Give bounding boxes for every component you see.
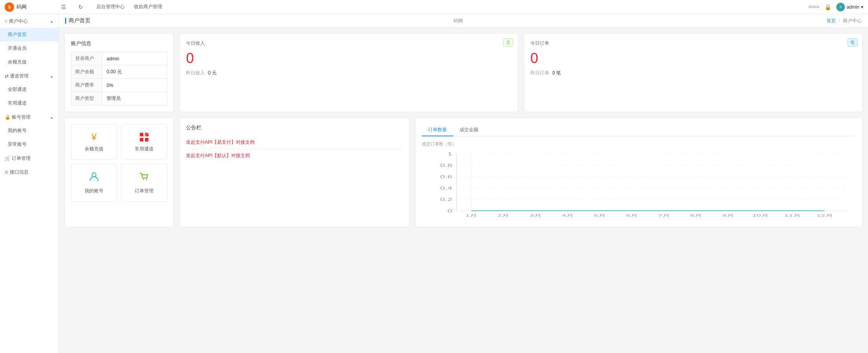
- income-value: 0: [186, 50, 512, 67]
- svg-text:4月: 4月: [562, 214, 573, 217]
- sidebar-item-merchant-home[interactable]: 商户首页: [0, 28, 58, 42]
- top-row: 账户信息 登录商户 admin 商户余额 0.00 元 商户费率 0%: [64, 33, 863, 112]
- expand-icon[interactable]: [809, 6, 819, 8]
- today-orders-card: 笔 今日订单 0 昨日订单 0 笔: [524, 33, 863, 112]
- action-grid: ¥ 余额充值: [71, 124, 167, 202]
- sidebar-group-channel[interactable]: ⇄ 通道管理 ▲: [0, 69, 58, 83]
- svg-text:0.4: 0.4: [440, 186, 452, 191]
- announce-item-0: 发起支付API【易支付】对接文档: [186, 136, 403, 149]
- action-order-mgmt[interactable]: 订单管理: [121, 164, 167, 202]
- header-bar: [65, 18, 66, 24]
- user-icon: ○: [5, 18, 7, 24]
- announcement-title: 公告栏: [186, 124, 403, 131]
- action-my-account-label: 我的账号: [85, 188, 103, 194]
- orders-footer: 昨日订单 0 笔: [530, 70, 856, 76]
- chevron-up-icon2: ▲: [50, 74, 54, 78]
- value-rate: 0%: [103, 79, 167, 92]
- orders-icon: 🛒: [5, 156, 11, 161]
- sidebar-item-my-account[interactable]: 我的账号: [0, 124, 58, 138]
- orders-badge: 笔: [848, 38, 857, 47]
- table-row: 登录商户 admin: [71, 52, 167, 65]
- page-header-center: 码网: [454, 18, 463, 24]
- today-income-card: 元 今日收入 0 昨日收入 0 元: [179, 33, 518, 112]
- sidebar-group-api[interactable]: ⊙ 接口信息: [0, 165, 58, 179]
- sidebar-group-orders-label: 订单管理: [12, 156, 31, 161]
- refresh-icon[interactable]: ↻: [75, 2, 86, 13]
- chevron-up-icon: ▲: [50, 19, 54, 24]
- yen-icon: ¥: [91, 132, 96, 143]
- sidebar-group-channel-label: 通道管理: [10, 73, 29, 79]
- svg-text:0.2: 0.2: [440, 197, 452, 202]
- account-card-title: 账户信息: [71, 40, 167, 47]
- admin-label: admin: [846, 4, 859, 10]
- top-nav: 后台管理中心 收款商户管理: [92, 4, 803, 10]
- svg-point-5: [92, 173, 96, 177]
- sidebar-group-orders[interactable]: 🛒 订单管理: [0, 151, 58, 165]
- svg-rect-2: [140, 138, 143, 141]
- breadcrumb-sep: /: [839, 18, 840, 24]
- avatar: A: [836, 3, 845, 11]
- sidebar-item-open-member[interactable]: 开通会员: [0, 42, 58, 55]
- channel-icon: ⇄: [5, 73, 9, 79]
- sidebar-group-api-label: 接口信息: [10, 169, 29, 175]
- action-order-mgmt-label: 订单管理: [135, 188, 154, 194]
- chart-area: 1 0.8 0.6 0.4 0.2 0: [422, 150, 856, 221]
- chart-card: 订单数量 成交金额 成交订单数（笔） 1 0.: [415, 118, 863, 227]
- content-area: 商户首页 码网 首页 / 商户中心 账户信息 登录商户 admin: [59, 14, 868, 353]
- svg-text:7月: 7月: [658, 214, 670, 217]
- action-channels-label: 常用通道: [135, 146, 154, 152]
- label-balance: 商户余额: [71, 65, 103, 79]
- sidebar-item-abnormal-account[interactable]: 异常账号: [0, 138, 58, 151]
- topbar-right: 🔒 A admin ▾: [809, 2, 863, 13]
- income-badge: 元: [503, 38, 513, 47]
- orders-value: 0: [530, 50, 856, 67]
- dashboard: 账户信息 登录商户 admin 商户余额 0.00 元 商户费率 0%: [59, 28, 868, 233]
- svg-rect-3: [145, 138, 148, 141]
- action-my-account[interactable]: 我的账号: [71, 164, 117, 202]
- announce-link-1[interactable]: 发起支付API【默认】对接文档: [186, 153, 250, 158]
- chart-tab-amount[interactable]: 成交金额: [453, 124, 485, 136]
- sidebar: ○ 商户中心 ▲ 商户首页 开通会员 余额充值 ⇄ 通道管理 ▲ 全部通道 常用…: [0, 14, 59, 353]
- svg-text:11月: 11月: [784, 214, 801, 217]
- chart-tab-orders[interactable]: 订单数量: [422, 124, 453, 136]
- income-footer-label: 昨日收入: [186, 70, 205, 76]
- table-row: 商户费率 0%: [71, 79, 167, 92]
- action-channels[interactable]: 常用通道: [121, 124, 167, 160]
- logo-text: 码网: [16, 4, 27, 11]
- svg-text:8月: 8月: [690, 214, 702, 217]
- svg-text:1: 1: [447, 152, 452, 157]
- svg-point-6: [143, 179, 144, 180]
- orders-footer-value: 0 笔: [552, 70, 561, 76]
- cart-icon: [139, 171, 150, 185]
- chart-tabs: 订单数量 成交金额: [422, 124, 856, 136]
- breadcrumb-home[interactable]: 首页: [826, 18, 836, 24]
- svg-point-7: [146, 179, 147, 180]
- value-balance: 0.00 元: [103, 65, 167, 79]
- table-row: 商户余额 0.00 元: [71, 65, 167, 79]
- svg-text:9月: 9月: [722, 214, 734, 217]
- svg-point-4: [146, 134, 149, 137]
- dropdown-icon: ▾: [861, 4, 863, 10]
- sidebar-item-common-channels[interactable]: 常用通道: [0, 96, 58, 110]
- svg-text:1月: 1月: [465, 214, 477, 217]
- action-recharge[interactable]: ¥ 余额充值: [71, 124, 117, 160]
- admin-menu[interactable]: A admin ▾: [836, 3, 863, 11]
- sidebar-item-recharge[interactable]: 余额充值: [0, 55, 58, 69]
- sidebar-item-all-channels[interactable]: 全部通道: [0, 83, 58, 96]
- svg-rect-0: [140, 133, 143, 136]
- nav-merchant-mgmt[interactable]: 收款商户管理: [130, 4, 166, 10]
- sidebar-group-account[interactable]: 🔒 账号管理 ▲: [0, 110, 58, 124]
- sidebar-group-merchant[interactable]: ○ 商户中心 ▲: [0, 14, 58, 28]
- nav-admin-center[interactable]: 后台管理中心: [92, 4, 128, 10]
- announcement-card: 公告栏 发起支付API【易支付】对接文档 发起支付API【默认】对接文档: [179, 118, 410, 227]
- announce-link-0[interactable]: 发起支付API【易支付】对接文档: [186, 139, 255, 145]
- value-login: admin: [103, 52, 167, 65]
- page-header: 商户首页 码网 首页 / 商户中心: [59, 14, 868, 28]
- svg-text:10月: 10月: [752, 214, 769, 217]
- lock-icon[interactable]: 🔒: [822, 2, 833, 13]
- menu-icon[interactable]: ☰: [58, 2, 69, 13]
- table-row: 商户类型 管理员: [71, 92, 167, 105]
- orders-label: 今日订单: [530, 40, 856, 47]
- label-rate: 商户费率: [71, 79, 103, 92]
- chart-svg: 1 0.8 0.6 0.4 0.2 0: [422, 150, 856, 221]
